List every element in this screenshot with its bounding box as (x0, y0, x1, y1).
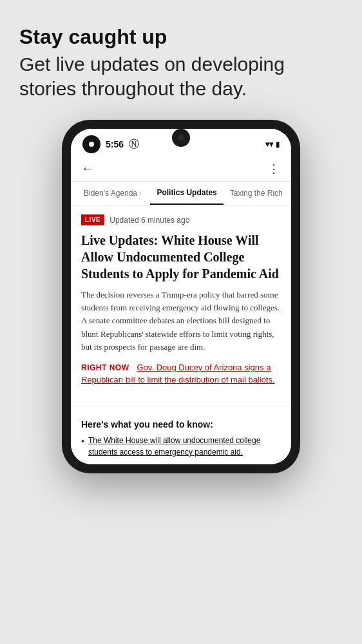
tab-politics-updates-label: Politics Updates (157, 188, 216, 197)
status-right: ▾▾ ▮ (265, 140, 280, 149)
tab-bar[interactable]: Biden's Agenda › Politics Updates Taxing… (71, 182, 291, 205)
chevron-right-icon: › (139, 190, 141, 197)
right-now-section[interactable]: RIGHT NOW Gov. Doug Ducey of Arizona sig… (81, 361, 281, 386)
page-wrapper: Stay caught up Get live updates on devel… (0, 0, 362, 644)
main-subtitle: Get live updates on developing stories t… (19, 52, 343, 100)
status-time: 5:56 (106, 139, 124, 149)
app-icon (82, 135, 100, 153)
live-badge: LIVE (81, 214, 104, 225)
tab-bidens-agenda[interactable]: Biden's Agenda › (77, 182, 148, 204)
live-row: LIVE Updated 6 minutes ago (81, 214, 281, 225)
notch-dot (178, 135, 184, 141)
know-link[interactable]: The White House will allow undocumented … (88, 435, 281, 458)
know-section: Here's what you need to know: • The Whit… (71, 413, 291, 464)
nyt-logo: Ⓝ (129, 138, 139, 151)
phone-screen: 5:56 Ⓝ ▾▾ ▮ ← ⋮ Biden's Agenda › (71, 129, 291, 464)
tab-bidens-agenda-label: Biden's Agenda (84, 189, 137, 198)
status-left: 5:56 Ⓝ (82, 135, 139, 153)
tab-taxing-rich-label: Taxing the Rich (230, 189, 283, 198)
section-divider (71, 406, 291, 406)
app-icon-dot (89, 142, 94, 147)
know-title: Here's what you need to know: (81, 419, 281, 430)
tab-price[interactable]: $4 (289, 182, 291, 204)
phone-notch (172, 129, 190, 147)
right-now-label: RIGHT NOW (81, 363, 129, 372)
article-content: LIVE Updated 6 minutes ago Live Updates:… (71, 205, 291, 399)
more-options-button[interactable]: ⋮ (268, 162, 281, 176)
nav-bar: ← ⋮ (71, 157, 291, 182)
updated-text: Updated 6 minutes ago (110, 216, 189, 225)
main-headline: Stay caught up (19, 26, 343, 48)
tab-taxing-rich[interactable]: Taxing the Rich (224, 182, 289, 204)
back-button[interactable]: ← (81, 161, 94, 176)
tab-politics-updates[interactable]: Politics Updates (150, 182, 223, 205)
wifi-icon: ▾▾ (265, 140, 273, 149)
bullet-icon: • (81, 435, 84, 448)
headline-section: Stay caught up Get live updates on devel… (19, 26, 343, 100)
battery-icon: ▮ (276, 140, 280, 149)
article-body: The decision reverses a Trump-era policy… (81, 289, 281, 354)
phone-frame: 5:56 Ⓝ ▾▾ ▮ ← ⋮ Biden's Agenda › (62, 120, 300, 473)
article-title[interactable]: Live Updates: White House Will Allow Und… (81, 232, 281, 282)
know-item: • The White House will allow undocumente… (81, 435, 281, 458)
